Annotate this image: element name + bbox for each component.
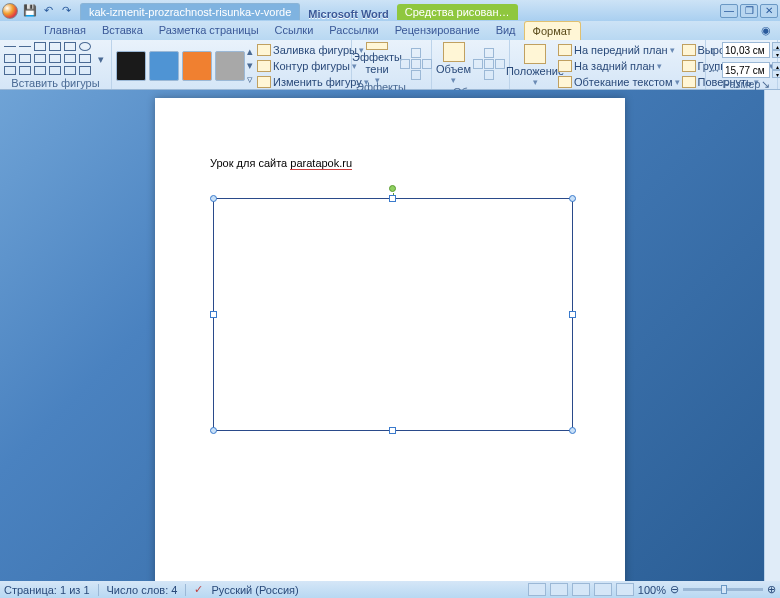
quick-access-toolbar: 💾 ↶ ↷ [22, 3, 74, 19]
position-icon [524, 44, 546, 64]
cube-icon [443, 42, 465, 62]
rotation-handle[interactable] [389, 185, 396, 192]
shadow-icon [366, 42, 388, 50]
group-insert-shapes: ▾ Вставить фигуры [0, 40, 112, 89]
group-shadow-effects: Эффекты тени▾ Эффекты тени [352, 40, 432, 89]
shadow-effects-button[interactable]: Эффекты тени▾ [356, 42, 398, 86]
send-back-button[interactable]: На задний план ▾ [558, 58, 680, 73]
title-bar: 💾 ↶ ↷ kak-izmenit-prozrachnost-risunka-v… [0, 0, 780, 21]
proofing-icon[interactable]: ✓ [194, 583, 203, 596]
vertical-scrollbar[interactable] [764, 90, 780, 581]
undo-icon[interactable]: ↶ [40, 3, 56, 19]
help-icon[interactable]: ◉ [758, 21, 774, 40]
tab-format[interactable]: Формат [524, 21, 581, 40]
ribbon: ▾ Вставить фигуры ▴▾▿ Заливка фигуры ▾ К… [0, 40, 780, 90]
tab-home[interactable]: Главная [36, 21, 94, 40]
page-indicator[interactable]: Страница: 1 из 1 [4, 584, 90, 596]
resize-handle[interactable] [210, 195, 217, 202]
zoom-slider[interactable] [683, 588, 763, 591]
selected-rectangle-shape[interactable] [213, 198, 573, 431]
text-wrap-button[interactable]: Обтекание текстом ▾ [558, 74, 680, 89]
language-indicator[interactable]: Русский (Россия) [211, 584, 298, 596]
resize-handle[interactable] [569, 427, 576, 434]
close-button[interactable]: ✕ [760, 4, 778, 18]
width-field[interactable]: ↔15,77 см▴▾ [710, 62, 780, 78]
maximize-button[interactable]: ❐ [740, 4, 758, 18]
zoom-level[interactable]: 100% [638, 584, 666, 596]
width-icon: ↔ [710, 64, 722, 76]
tab-review[interactable]: Рецензирование [387, 21, 488, 40]
pencil-icon [257, 60, 271, 72]
rotate-icon [682, 76, 696, 88]
3d-tilt[interactable] [473, 48, 505, 80]
web-layout-view[interactable] [572, 583, 590, 596]
position-button[interactable]: Положение▾ [514, 44, 556, 88]
tab-view[interactable]: Вид [488, 21, 524, 40]
group-arrange: Положение▾ На передний план ▾ На задний … [510, 40, 706, 89]
back-icon [558, 60, 572, 72]
group-icon [682, 60, 696, 72]
zoom-in-button[interactable]: ⊕ [767, 583, 776, 596]
shapes-gallery[interactable] [4, 42, 93, 77]
group-size: ↕10,03 см▴▾ ↔15,77 см▴▾ Размер↘ [706, 40, 778, 89]
tab-page-layout[interactable]: Разметка страницы [151, 21, 267, 40]
document-workspace[interactable]: Урок для сайта paratapok.ru [0, 90, 780, 581]
document-text[interactable]: Урок для сайта paratapok.ru [210, 153, 570, 171]
bucket-icon [257, 44, 271, 56]
front-icon [558, 44, 572, 56]
resize-handle[interactable] [569, 311, 576, 318]
resize-handle[interactable] [389, 195, 396, 202]
dialog-launcher-icon[interactable]: ↘ [761, 78, 773, 90]
resize-handle[interactable] [210, 311, 217, 318]
3d-effects-button[interactable]: Объем▾ [436, 42, 471, 86]
office-button[interactable] [2, 3, 18, 19]
print-layout-view[interactable] [528, 583, 546, 596]
resize-handle[interactable] [569, 195, 576, 202]
style-gallery-scroll[interactable]: ▴▾▿ [247, 45, 253, 86]
outline-view[interactable] [594, 583, 612, 596]
style-swatch[interactable] [149, 51, 179, 81]
save-icon[interactable]: 💾 [22, 3, 38, 19]
align-icon [682, 44, 696, 56]
page[interactable]: Урок для сайта paratapok.ru [155, 98, 625, 581]
tab-mailings[interactable]: Рассылки [321, 21, 386, 40]
word-count[interactable]: Число слов: 4 [107, 584, 178, 596]
style-swatch[interactable] [215, 51, 245, 81]
resize-handle[interactable] [210, 427, 217, 434]
shape-icon [257, 76, 271, 88]
style-swatch[interactable] [116, 51, 146, 81]
document-title-tab: kak-izmenit-prozrachnost-risunka-v-vorde [80, 3, 300, 20]
style-swatch[interactable] [182, 51, 212, 81]
draft-view[interactable] [616, 583, 634, 596]
app-name: Microsoft Word [300, 8, 396, 20]
zoom-out-button[interactable]: ⊖ [670, 583, 679, 596]
full-screen-view[interactable] [550, 583, 568, 596]
shadow-nudge[interactable] [400, 48, 432, 80]
group-label: Размер [723, 78, 761, 90]
wrap-icon [558, 76, 572, 88]
contextual-tab-label: Средства рисован… [397, 4, 518, 20]
group-label: Вставить фигуры [11, 77, 99, 89]
ribbon-tabs: Главная Вставка Разметка страницы Ссылки… [0, 21, 780, 40]
bring-front-button[interactable]: На передний план ▾ [558, 42, 680, 57]
tab-references[interactable]: Ссылки [267, 21, 322, 40]
height-field[interactable]: ↕10,03 см▴▾ [710, 42, 780, 58]
height-icon: ↕ [710, 44, 722, 56]
resize-handle[interactable] [389, 427, 396, 434]
redo-icon[interactable]: ↷ [58, 3, 74, 19]
group-3d-effects: Объем▾ Объем [432, 40, 510, 89]
group-shape-styles: ▴▾▿ Заливка фигуры ▾ Контур фигуры ▾ Изм… [112, 40, 352, 89]
window-controls: — ❐ ✕ [720, 4, 778, 18]
minimize-button[interactable]: — [720, 4, 738, 18]
tab-insert[interactable]: Вставка [94, 21, 151, 40]
style-swatches[interactable] [116, 51, 245, 81]
shapes-more-icon[interactable]: ▾ [95, 53, 107, 66]
status-bar: Страница: 1 из 1 Число слов: 4 ✓ Русский… [0, 581, 780, 598]
